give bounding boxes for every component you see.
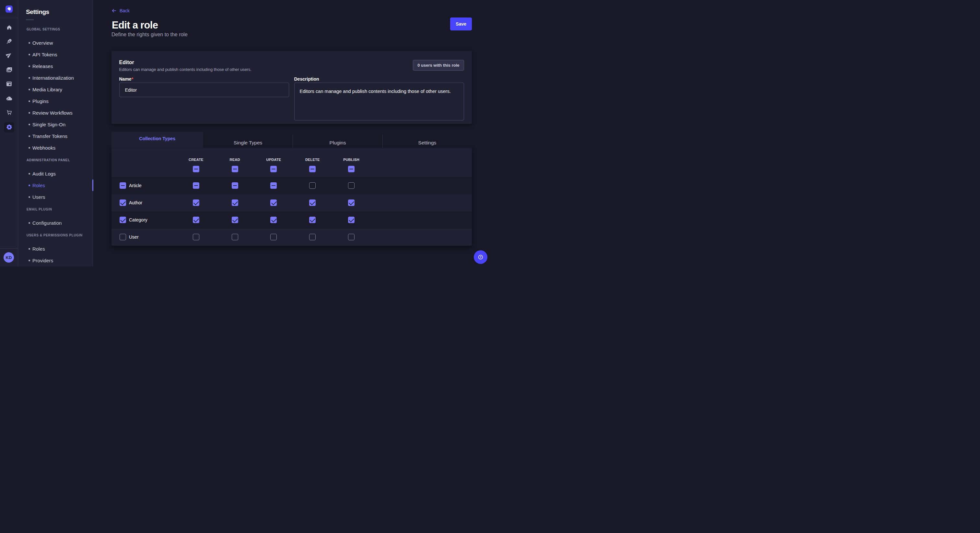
svg-text:?: ? (480, 255, 482, 259)
